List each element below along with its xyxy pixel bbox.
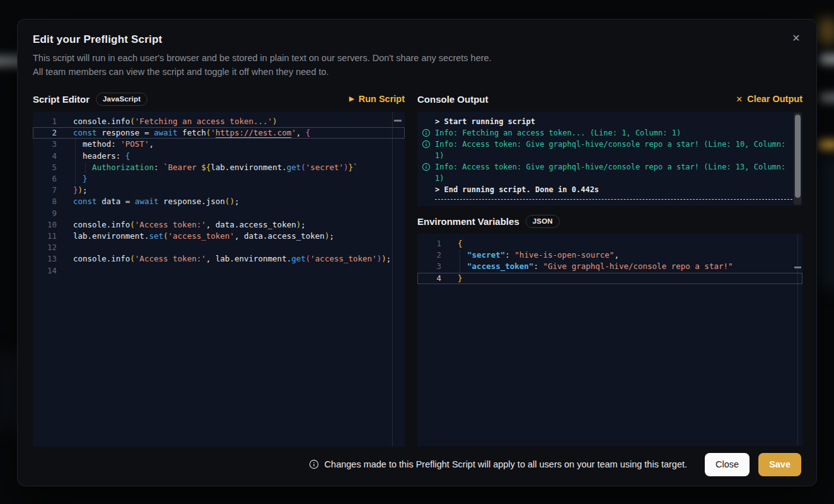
code-token: "Give graphql-hive/console repo a star!"	[543, 261, 733, 271]
console-line: Info: Fetching an access token... (Line:…	[417, 127, 802, 139]
play-icon: ▶	[349, 96, 354, 102]
code-token: , lab.environment.	[206, 254, 291, 263]
dialog-description: This script will run in each user's brow…	[33, 51, 801, 79]
code-content: Authorization: `Bearer ${lab.environment…	[57, 162, 358, 173]
code-token	[458, 250, 467, 260]
console-line-text: Info: Fetching an access token... (Line:…	[435, 129, 681, 137]
console-line: > Start running script	[417, 116, 802, 127]
dialog-footer: Changes made to this Preflight Script wi…	[33, 447, 801, 486]
code-content: });	[57, 185, 88, 196]
code-line: 3 method: 'POST',	[33, 139, 405, 150]
code-content: console.info('Access token:', lab.enviro…	[57, 253, 391, 265]
info-icon	[422, 163, 431, 171]
code-content: }	[441, 273, 463, 284]
line-number: 4	[417, 273, 441, 284]
close-button[interactable]: Close	[705, 453, 750, 476]
line-number: 3	[417, 261, 441, 272]
code-token: 'POST'	[120, 139, 149, 149]
code-content	[57, 208, 73, 219]
code-token: fetch	[178, 128, 206, 137]
output-section: Console Output ✕ Clear Output > Start ru…	[417, 91, 802, 447]
close-icon[interactable]: ✕	[787, 30, 805, 47]
footer-note-text: Changes made to this Preflight Script wi…	[325, 459, 687, 469]
code-token: , data.access_token	[206, 220, 296, 229]
line-number: 11	[33, 231, 57, 242]
code-token: '	[211, 128, 216, 137]
console-line: Info: Access token: Give graphql-hive/co…	[417, 139, 802, 150]
line-number: 4	[33, 151, 57, 162]
code-token: (	[130, 254, 135, 263]
code-token: get	[291, 254, 306, 263]
save-button[interactable]: Save	[758, 453, 801, 476]
line-number: 1	[417, 238, 441, 249]
script-code-editor[interactable]: 1console.info('Fetching an access token.…	[33, 112, 405, 447]
code-line: 8const data = await response.json();	[33, 196, 405, 207]
code-token	[458, 261, 467, 271]
line-number: 6	[33, 173, 57, 185]
code-content: method: 'POST',	[57, 139, 154, 150]
code-token: response.json	[159, 197, 225, 206]
background-blur-text	[820, 54, 834, 64]
language-badge: JavaScript	[96, 93, 148, 106]
code-line: 4}	[417, 273, 802, 284]
code-token: set	[149, 231, 163, 241]
console-scrollbar-thumb[interactable]	[795, 115, 801, 198]
code-token: ;	[386, 254, 391, 263]
code-content: "secret": "hive-is-open-source",	[441, 249, 619, 261]
code-token: lab.environment.	[211, 163, 286, 172]
environment-variables-editor[interactable]: 1{2 "secret": "hive-is-open-source",3 "a…	[417, 234, 802, 446]
line-number: 9	[33, 208, 57, 219]
code-line: 2 "secret": "hive-is-open-source",	[417, 249, 802, 261]
run-script-button[interactable]: ▶ Run Script	[349, 94, 405, 104]
code-content	[57, 265, 73, 277]
code-token: ;	[83, 185, 88, 195]
line-number: 8	[33, 196, 57, 207]
console-scrollbar[interactable]	[794, 113, 801, 205]
console-line: Info: Access token: Give graphql-hive/co…	[417, 161, 802, 173]
clear-output-label: Clear Output	[747, 94, 802, 104]
code-token: "hive-is-open-source"	[514, 250, 614, 260]
footer-note: Changes made to this Preflight Script wi…	[309, 459, 687, 469]
info-icon	[422, 140, 431, 149]
console-line: 1)	[417, 150, 802, 161]
line-number: 14	[33, 265, 57, 277]
code-token: `Bearer	[163, 163, 201, 172]
code-content: console.info('Access token:', data.acces…	[57, 219, 306, 231]
code-token: )	[344, 163, 349, 172]
code-line: 13console.info('Access token:', lab.envi…	[33, 253, 405, 265]
line-number: 7	[33, 185, 57, 196]
code-token: ;	[329, 231, 334, 241]
code-token: Authorization	[92, 163, 154, 172]
info-icon	[422, 129, 431, 137]
line-number: 10	[33, 219, 57, 231]
code-token: 'secret'	[306, 163, 344, 172]
environment-variables-title: Environment Variables	[417, 216, 519, 227]
code-line: 1{	[417, 238, 802, 249]
code-line: 4 headers: {	[33, 151, 405, 162]
line-number: 2	[417, 249, 441, 261]
run-script-label: Run Script	[359, 94, 405, 104]
code-content: const data = await response.json();	[57, 196, 239, 207]
code-line: 9	[33, 208, 405, 219]
line-number: 13	[33, 253, 57, 265]
clear-output-button[interactable]: ✕ Clear Output	[736, 94, 802, 104]
code-token: get	[287, 163, 301, 172]
line-number: 3	[33, 139, 57, 150]
code-token: console.info	[73, 254, 130, 263]
dialog-title: Edit your Preflight Script	[33, 33, 801, 46]
code-token: )	[272, 117, 277, 126]
code-content	[57, 242, 73, 253]
code-token: const	[73, 197, 97, 206]
code-token: data =	[97, 197, 135, 206]
console-line: > End running script. Done in 0.442s	[417, 184, 802, 195]
json-badge: JSON	[526, 215, 560, 228]
code-line: 7});	[33, 185, 405, 196]
code-token: ;	[301, 220, 306, 229]
code-token: )	[381, 254, 386, 263]
code-token: 'Access token:'	[135, 220, 206, 229]
code-token: 'access_token'	[310, 254, 376, 263]
code-token	[73, 163, 92, 172]
code-content: lab.environment.set('access_token', data…	[57, 231, 334, 242]
code-content: {	[441, 238, 463, 249]
code-token: ;	[235, 197, 240, 206]
